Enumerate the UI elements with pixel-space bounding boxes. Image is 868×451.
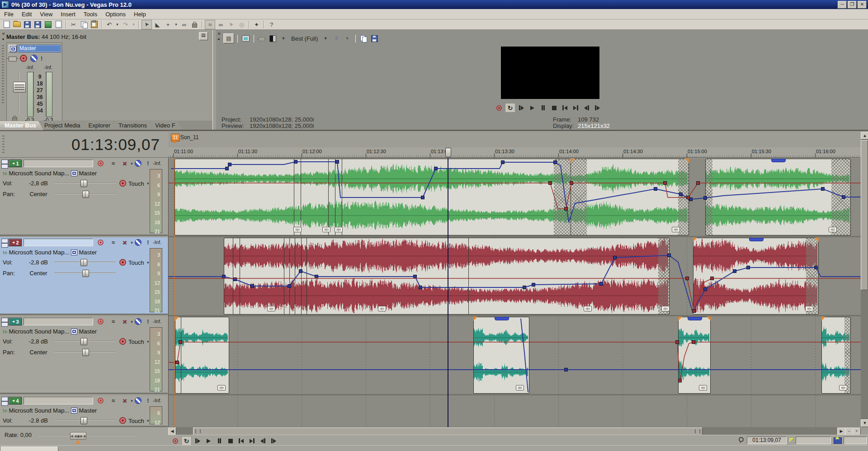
play-from-start-button[interactable] <box>193 437 203 445</box>
previous-frame-button[interactable] <box>582 103 591 112</box>
redo-dropdown-icon[interactable]: ▾ <box>131 20 136 29</box>
maximize-button[interactable]: ❐ <box>848 1 857 9</box>
device-chain-icon[interactable]: ⁝≡ <box>3 408 7 413</box>
pan-slider-handle[interactable] <box>82 191 89 198</box>
device-chain-icon[interactable]: ⁝≡ <box>3 329 7 334</box>
track-envelope-button[interactable]: ≈ <box>110 397 117 404</box>
automation-gear-icon[interactable] <box>119 417 126 424</box>
overlays-dropdown[interactable]: ▼ <box>342 34 352 43</box>
invert-phase-button[interactable]: ! <box>145 318 151 325</box>
mute-button[interactable]: ✕ <box>121 397 128 404</box>
panel-close-icon[interactable]: ✕ <box>2 32 5 36</box>
fade-out-region[interactable] <box>554 159 571 235</box>
split-screen-dropdown[interactable]: ▼ <box>278 34 288 43</box>
panel-undock-icon[interactable]: ◂ <box>217 37 220 41</box>
track-header-4[interactable]: ◄4≈✕▾!-Inf.⁝≡ Microsoft Sound Map... Mas… <box>0 395 168 427</box>
event-fx-icon[interactable]: o|o <box>516 385 524 390</box>
arm-record-button[interactable] <box>97 239 104 246</box>
redo-icon[interactable]: ↷ <box>121 20 130 29</box>
event-fx-icon[interactable]: o|o <box>293 227 302 232</box>
invert-phase-button[interactable]: ! <box>145 160 151 167</box>
arm-record-button[interactable] <box>97 318 104 325</box>
fade-in-region[interactable] <box>706 159 712 235</box>
pan-slider-handle[interactable] <box>82 270 89 277</box>
play-button[interactable] <box>528 103 537 112</box>
tab-video-f[interactable]: Video F <box>151 121 183 130</box>
automation-dropdown[interactable]: ▾ <box>147 339 149 344</box>
play-button[interactable] <box>204 437 213 445</box>
bus-assign-button[interactable] <box>71 170 77 176</box>
vertical-scroll-thumb[interactable] <box>861 140 868 290</box>
horizontal-scrollbar[interactable]: ◀ ▶ − + <box>168 427 861 435</box>
master-bus-name-field[interactable]: Master <box>18 45 61 52</box>
undo-icon[interactable]: ↶ <box>104 20 114 29</box>
track-envelope-button[interactable]: ≈ <box>110 318 117 325</box>
marker-bar[interactable]: 11Son_11 <box>168 132 861 148</box>
pause-button[interactable] <box>538 103 548 112</box>
go-to-end-button[interactable] <box>247 437 257 445</box>
minimize-track-button[interactable] <box>1 318 8 322</box>
menu-item-insert[interactable]: Insert <box>57 10 80 19</box>
bus-assign-button[interactable] <box>71 329 77 334</box>
insert-fx-icon[interactable] <box>9 56 17 61</box>
restore-track-button[interactable] <box>1 401 8 406</box>
automation-settings-icon[interactable] <box>20 55 27 62</box>
stop-button[interactable] <box>226 437 235 445</box>
audio-event[interactable]: o|o <box>473 317 529 394</box>
horizontal-scroll-thumb[interactable] <box>193 428 703 435</box>
interactive-tutorials-icon[interactable]: ✦ <box>252 20 261 29</box>
audio-event[interactable]: o|o <box>821 317 851 394</box>
automation-dropdown[interactable]: ▾ <box>147 260 149 265</box>
time-ruler[interactable]: 01:11:0001:11:3001:12:0001:12:3001:13:00… <box>168 147 861 158</box>
zoom-in-button[interactable]: + <box>853 428 861 435</box>
project-properties-icon[interactable] <box>54 20 63 29</box>
video-output-fx-icon[interactable] <box>257 34 267 43</box>
tab-project-media[interactable]: Project Media <box>40 121 87 130</box>
pan-slider[interactable] <box>54 349 116 355</box>
copy-snapshot-icon[interactable] <box>359 34 368 43</box>
save-snapshot-icon[interactable] <box>369 34 379 43</box>
device-chain-icon[interactable]: ⁝≡ <box>3 250 7 255</box>
pause-button[interactable] <box>215 437 224 445</box>
record-button[interactable] <box>170 437 180 445</box>
track-header-3[interactable]: ◄3≈✕▾!-Inf.⁝≡ Microsoft Sound Map... Mas… <box>0 316 168 394</box>
event-grip[interactable] <box>495 317 509 320</box>
minimize-track-button[interactable] <box>1 239 8 243</box>
device-chain-icon[interactable]: ⁝≡ <box>3 171 7 176</box>
volume-slider-handle[interactable] <box>80 338 87 345</box>
audio-event[interactable]: o|o <box>678 317 711 394</box>
automation-gear-icon[interactable] <box>119 259 126 266</box>
open-project-icon[interactable] <box>12 20 22 29</box>
scroll-down-button[interactable]: ▼ <box>861 419 868 427</box>
event-fx-icon[interactable]: o|o <box>378 306 386 311</box>
menu-item-view[interactable]: View <box>36 10 57 19</box>
solo-button[interactable] <box>135 397 142 404</box>
mute-button[interactable]: ✕ <box>121 160 128 167</box>
event-grip[interactable] <box>771 159 786 162</box>
master-bus-button[interactable] <box>9 45 17 52</box>
go-to-start-button[interactable] <box>560 103 570 112</box>
bus-list-view-button[interactable]: ▤ <box>199 32 208 40</box>
menu-item-help[interactable]: Help <box>130 10 150 19</box>
menu-item-options[interactable]: Options <box>101 10 130 19</box>
vertical-scrollbar[interactable]: ▲ ▼ <box>861 132 868 427</box>
event-fx-icon[interactable]: o|o <box>829 227 837 232</box>
panel-close-icon[interactable]: ✕ <box>217 32 221 36</box>
enable-snapping-icon[interactable]: ≈ <box>205 20 215 29</box>
track-name-input[interactable] <box>24 318 93 325</box>
menu-item-tools[interactable]: Tools <box>80 10 101 19</box>
pan-slider[interactable] <box>54 191 116 197</box>
minimize-track-button[interactable] <box>1 160 8 164</box>
automation-mode-label[interactable]: Touch <box>128 180 144 187</box>
volume-slider[interactable] <box>54 180 116 186</box>
scroll-up-button[interactable]: ▲ <box>861 132 868 140</box>
external-monitor-icon[interactable] <box>241 34 250 43</box>
arm-record-button[interactable] <box>97 397 104 404</box>
track-envelope-button[interactable]: ≈ <box>110 160 117 167</box>
restore-track-button[interactable] <box>1 243 8 248</box>
playhead-cursor[interactable] <box>448 158 448 427</box>
panel-grip[interactable] <box>2 45 4 104</box>
master-fader-handle[interactable] <box>13 82 26 93</box>
event-fx-icon[interactable]: o|o <box>322 227 330 232</box>
mute-button[interactable]: ✕ <box>121 239 128 246</box>
